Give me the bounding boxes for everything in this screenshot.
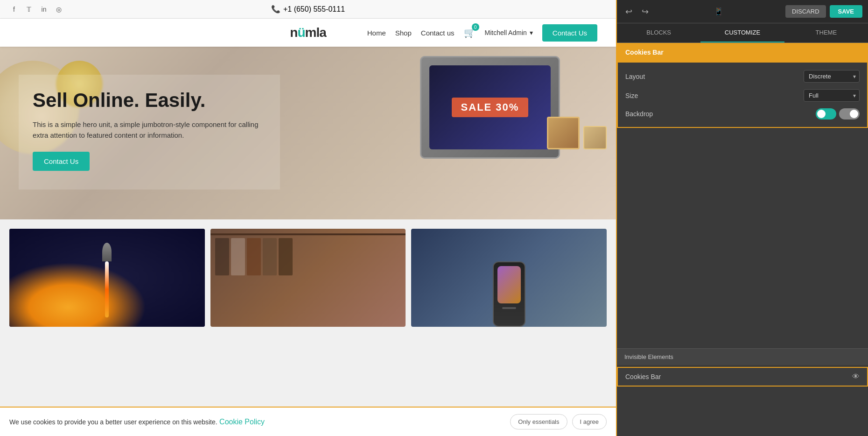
phone-image — [411, 229, 607, 327]
bottom-cookies-bar: Cookies Bar 👁 — [617, 367, 868, 387]
backdrop-toggle-off[interactable] — [839, 108, 860, 120]
panel-empty-area — [617, 130, 868, 345]
tab-blocks[interactable]: BLOCKS — [617, 23, 700, 42]
clothes-image — [210, 229, 406, 327]
nav-links: Home Shop Contact us 🛒 0 Mitchell Admin … — [367, 27, 533, 38]
save-button[interactable]: SAVE — [830, 5, 862, 18]
product-card-2[interactable] — [210, 229, 406, 327]
cookie-essentials-button[interactable]: Only essentials — [510, 414, 567, 429]
hero-cta-button[interactable]: Contact Us — [33, 152, 90, 171]
cookies-bar-bottom-label: Cookies Bar — [625, 373, 661, 380]
products-section — [0, 219, 616, 327]
cookies-bar-bottom-row: Cookies Bar 👁 — [618, 368, 867, 386]
user-menu[interactable]: Mitchell Admin ▾ — [485, 29, 533, 36]
toolbar-left: ↩ ↪ — [623, 5, 651, 19]
rocket-image — [9, 229, 205, 327]
settings-area: Layout Discrete Banner Floating Size Ful… — [617, 62, 868, 128]
cookie-buttons: Only essentials I agree — [510, 414, 607, 429]
navbar: nümla Home Shop Contact us 🛒 0 Mitchell … — [0, 19, 616, 47]
backdrop-label: Backdrop — [625, 110, 653, 118]
panel-content: Cookies Bar Layout Discrete Banner Float… — [617, 43, 868, 436]
hero-section: SALE 30% Sell Online. Easily. This is a … — [0, 47, 616, 219]
cookie-agree-button[interactable]: I agree — [572, 414, 607, 429]
twitter-icon[interactable]: 𝕋 — [24, 5, 34, 14]
eye-icon[interactable]: 👁 — [852, 373, 860, 381]
nav-link-contact[interactable]: Contact us — [421, 29, 455, 37]
product-card-3[interactable] — [411, 229, 607, 327]
gift-decorations — [547, 117, 607, 149]
toolbar-center: 📱 — [710, 5, 727, 18]
website-preview: f 𝕋 in ◎ 📞 +1 (650) 555-0111 nümla Home … — [0, 0, 616, 436]
redo-button[interactable]: ↪ — [639, 5, 651, 19]
mobile-view-button[interactable]: 📱 — [710, 5, 727, 18]
cookie-policy-link[interactable]: Cookie Policy — [219, 418, 265, 426]
hero-subtitle: This is a simple hero unit, a simple jum… — [33, 120, 261, 141]
size-label: Size — [625, 92, 638, 99]
navbar-right: Home Shop Contact us 🛒 0 Mitchell Admin … — [367, 24, 597, 42]
layout-label: Layout — [625, 73, 645, 80]
laptop-decoration: SALE 30% — [420, 56, 560, 159]
panel-toolbar: ↩ ↪ 📱 DISCARD SAVE — [617, 0, 868, 23]
contact-button[interactable]: Contact Us — [542, 24, 597, 42]
cart-badge: 0 — [472, 23, 479, 31]
phone-number: +1 (650) 555-0111 — [283, 5, 345, 14]
nav-link-home[interactable]: Home — [367, 29, 386, 37]
cookie-text: We use cookies to provide you a better u… — [9, 418, 217, 426]
right-panel: ↩ ↪ 📱 DISCARD SAVE BLOCKS CUSTOMIZE THEM… — [616, 0, 868, 436]
layout-select-wrapper: Discrete Banner Floating — [804, 70, 860, 83]
invisible-elements-heading: Invisible Elements — [617, 348, 868, 365]
linkedin-icon[interactable]: in — [39, 5, 49, 14]
backdrop-toggle[interactable] — [816, 108, 836, 120]
hero-title: Sell Online. Easily. — [33, 89, 261, 112]
nav-link-shop[interactable]: Shop — [395, 29, 412, 37]
cookie-bar: We use cookies to provide you a better u… — [0, 407, 616, 436]
phone-info: 📞 +1 (650) 555-0111 — [271, 5, 345, 14]
backdrop-setting-row: Backdrop — [625, 108, 860, 120]
chevron-down-icon: ▾ — [530, 29, 533, 36]
navbar-center: nümla — [290, 25, 326, 40]
cookie-message-container: We use cookies to provide you a better u… — [9, 418, 265, 426]
backdrop-toggle-container — [816, 108, 860, 120]
invisible-elements-section: Invisible Elements — [617, 348, 868, 365]
facebook-icon[interactable]: f — [9, 5, 19, 14]
size-setting-row: Size Full Compact Wide — [625, 89, 860, 102]
instagram-icon[interactable]: ◎ — [54, 5, 63, 14]
user-name: Mitchell Admin — [485, 29, 527, 36]
phone-icon: 📞 — [271, 5, 280, 14]
size-select[interactable]: Full Compact Wide — [804, 89, 860, 102]
cart-icon[interactable]: 🛒 0 — [464, 27, 476, 38]
undo-button[interactable]: ↩ — [623, 5, 635, 19]
product-card-1[interactable] — [9, 229, 205, 327]
tab-customize[interactable]: CUSTOMIZE — [700, 23, 784, 42]
social-icons: f 𝕋 in ◎ — [9, 5, 63, 14]
cookies-bar-heading: Cookies Bar — [617, 43, 868, 62]
toolbar-right: DISCARD SAVE — [785, 5, 862, 18]
top-bar: f 𝕋 in ◎ 📞 +1 (650) 555-0111 — [0, 0, 616, 19]
panel-tabs: BLOCKS CUSTOMIZE THEME — [617, 23, 868, 43]
layout-select[interactable]: Discrete Banner Floating — [804, 70, 860, 83]
discard-button[interactable]: DISCARD — [785, 5, 826, 18]
layout-setting-row: Layout Discrete Banner Floating — [625, 70, 860, 83]
logo: nümla — [290, 25, 326, 40]
hero-content: Sell Online. Easily. This is a simple he… — [19, 75, 280, 190]
size-select-wrapper: Full Compact Wide — [804, 89, 860, 102]
tab-theme[interactable]: THEME — [784, 23, 868, 42]
